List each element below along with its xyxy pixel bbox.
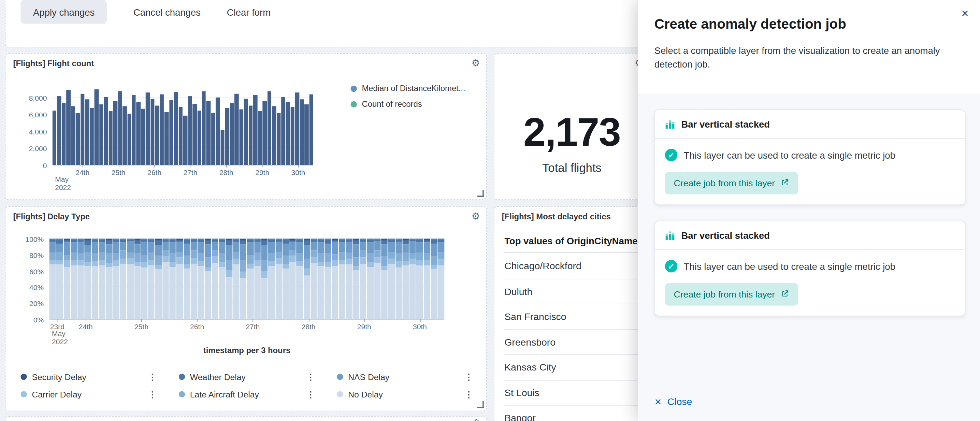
bar [67, 90, 71, 165]
layer-cards: Bar vertical stacked✓This layer can be u… [654, 110, 966, 332]
x-axis-tick [154, 165, 155, 167]
bar [76, 113, 80, 165]
bar [202, 91, 206, 165]
bar [99, 105, 103, 165]
table-row: St Louis [504, 380, 640, 406]
flight-count-chart: 8,0006,0004,0002,000024th25th26th27th28t… [52, 89, 313, 165]
stacked-bar [155, 239, 162, 319]
x-axis-tick [83, 165, 83, 167]
bar [183, 115, 187, 165]
metric-label: Total flights [495, 161, 649, 175]
bar [267, 91, 271, 165]
bar [248, 105, 253, 165]
bar [244, 98, 248, 165]
legend-item[interactable]: NAS Delay⋮ [337, 372, 473, 382]
stacked-bar [325, 239, 331, 319]
stacked-bar [346, 239, 353, 319]
legend-item[interactable]: Carrier Delay⋮ [21, 389, 157, 399]
stacked-bar [417, 239, 423, 319]
stacked-bar [197, 239, 204, 319]
bar-vertical-stacked-icon [665, 230, 675, 240]
stacked-bar [78, 239, 84, 319]
panel-title: [Flights] Flight count [13, 59, 94, 68]
panel-title: [Flights] Delay Type [13, 212, 89, 221]
cancel-changes-button[interactable]: Cancel changes [134, 6, 200, 17]
stacked-bar [396, 239, 402, 319]
panel-resize-handle[interactable] [477, 401, 484, 408]
legend-actions-icon[interactable]: ⋮ [148, 372, 157, 382]
x-axis-label: 25th [111, 169, 126, 176]
bar [57, 96, 61, 165]
stacked-bar [92, 239, 98, 319]
create-anomaly-job-flyout: ✕ Create anomaly detection job Select a … [638, 0, 980, 421]
legend-actions-icon[interactable]: ⋮ [465, 389, 473, 399]
month-label: May2022 [55, 176, 71, 192]
panel-settings-gear-icon[interactable]: ⚙ [473, 418, 480, 421]
bar [286, 102, 290, 165]
stacked-bar [247, 239, 253, 319]
bar [137, 102, 141, 165]
create-job-button[interactable]: Create job from this layer [665, 172, 798, 194]
panel-resize-handle[interactable] [477, 190, 484, 197]
delay-type-legend: Security Delay⋮Carrier Delay⋮Weather Del… [21, 368, 473, 403]
legend-actions-icon[interactable]: ⋮ [465, 372, 473, 382]
bar [85, 99, 89, 165]
x-axis-label: 28th [302, 323, 316, 330]
legend-item[interactable]: No Delay⋮ [337, 389, 473, 399]
legend-item[interactable]: Late Aircraft Delay⋮ [179, 389, 315, 399]
close-icon[interactable]: ✕ [958, 6, 972, 21]
panel-settings-gear-icon[interactable]: ⚙ [472, 58, 480, 67]
panel-settings-gear-icon[interactable]: ⚙ [472, 211, 480, 221]
y-axis-label: 40% [29, 284, 49, 291]
stacked-bar [261, 239, 267, 319]
month-label: May2022 [52, 330, 68, 346]
bar [52, 111, 57, 165]
legend-item[interactable]: Count of records [351, 99, 465, 108]
legend-label: Median of DistanceKilomet... [362, 84, 465, 93]
layer-card-body: ✓This layer can be used to create a sing… [655, 139, 965, 204]
legend-item[interactable]: Median of DistanceKilomet... [351, 84, 465, 93]
stacked-bar [240, 239, 247, 319]
bar [262, 101, 267, 165]
legend-label: Carrier Delay [32, 389, 143, 399]
legend-item[interactable]: Security Delay⋮ [21, 372, 157, 382]
apply-changes-button[interactable]: Apply changes [21, 0, 107, 24]
legend-actions-icon[interactable]: ⋮ [306, 372, 315, 382]
bar [188, 96, 192, 165]
legend-color-dot [21, 373, 27, 380]
y-axis-label: 6,000 [29, 111, 52, 119]
stacked-bar [268, 239, 275, 319]
y-axis-label: 20% [29, 300, 49, 308]
stacked-bar [332, 239, 338, 319]
stacked-bar [353, 239, 359, 319]
create-job-button[interactable]: Create job from this layer [665, 283, 798, 306]
close-flyout-link[interactable]: ✕ Close [654, 396, 966, 407]
bar [123, 106, 127, 165]
stacked-bar [367, 239, 374, 319]
stacked-bar [388, 239, 395, 319]
stacked-bar [148, 239, 154, 319]
bar [272, 106, 276, 165]
x-axis-label: 30th [413, 323, 427, 330]
stacked-bar [141, 239, 148, 319]
clear-form-button[interactable]: Clear form [227, 6, 270, 17]
legend-actions-icon[interactable]: ⋮ [148, 389, 157, 399]
x-axis-label: 28th [220, 169, 234, 176]
legend-actions-icon[interactable]: ⋮ [306, 389, 315, 399]
bar [151, 98, 154, 165]
compatibility-message: This layer can be used to create a singl… [684, 150, 896, 160]
bar-vertical-stacked-icon [665, 119, 675, 129]
stacked-bar [402, 239, 409, 319]
stacked-bar [99, 239, 105, 319]
table-column-header[interactable]: Top values of OriginCityName [504, 236, 640, 253]
bar [90, 108, 94, 165]
x-axis-label: 23rd [50, 323, 65, 330]
bar [160, 94, 164, 165]
layer-card-header: Bar vertical stacked [655, 110, 965, 138]
y-axis-label: 100% [25, 236, 49, 243]
delay-type-bars [49, 239, 445, 319]
legend-label: NAS Delay [348, 372, 459, 381]
stacked-bar [84, 239, 91, 319]
legend-item[interactable]: Weather Delay⋮ [179, 372, 315, 382]
most-delayed-cities-panel: [Flights] Most delayed cities Top values… [494, 206, 650, 421]
